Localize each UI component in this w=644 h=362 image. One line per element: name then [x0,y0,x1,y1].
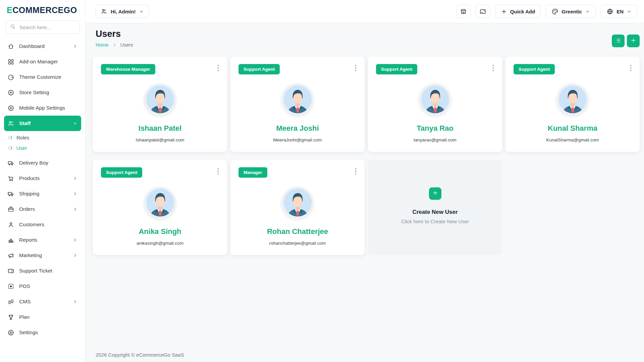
sidebar-item-label: Reports [19,237,37,243]
sidebar-item-label: Add-on Manager [19,59,58,65]
sidebar-item-label: Staff [19,120,31,126]
card-menu-button[interactable] [214,166,222,178]
user-name[interactable]: Kunal Sharma [505,124,640,133]
user-name[interactable]: Ishaan Patel [93,124,227,133]
sidebar-item-marketing[interactable]: Marketing [4,248,81,263]
sidebar-item-label: Orders [19,206,35,212]
topbar-actions: Quick Add Greentic EN [456,5,637,18]
quick-add-label: Quick Add [510,9,535,14]
user-name[interactable]: Tanya Rao [368,124,502,133]
search-input[interactable] [19,24,75,31]
card-menu-button[interactable] [214,63,222,74]
sidebar-item-add-on-manager[interactable]: Add-on Manager [4,54,81,69]
chevron-down-icon [627,9,632,14]
media-button[interactable] [476,5,490,18]
sidebar-nav: DashboardAdd-on ManagerTheme CustomizeSt… [0,37,85,344]
sidebar-subitem-roles[interactable]: Roles [4,132,81,143]
sidebar-search[interactable] [5,20,80,34]
quick-add-button[interactable]: Quick Add [495,5,541,18]
sidebar-item-label: Store Setting [19,89,49,96]
chevron-down-icon [585,9,590,14]
sidebar-item-orders[interactable]: Orders [4,201,81,217]
search-icon [10,23,16,31]
card-menu-button[interactable] [627,63,635,74]
sidebar-item-label: Marketing [19,252,42,258]
cms-columns-icon [7,298,14,305]
sidebar-item-label: Settings [19,329,38,336]
user-email: MeeraJoshi@gmail.com [230,137,365,142]
user-email: tanyarao@gmail.com [368,137,502,142]
pos-scan-icon [7,283,14,290]
sidebar-item-shipping[interactable]: Shipping [4,186,81,201]
sidebar: ECOMMERCEGO DashboardAdd-on ManagerTheme… [0,0,86,362]
sidebar-item-staff[interactable]: Staff [4,116,81,131]
sidebar-item-pos[interactable]: POS [4,279,81,294]
avatar [419,83,451,116]
chevron-right-icon [72,253,78,258]
language-select-button[interactable]: EN [601,5,637,18]
sidebar-item-label: POS [19,283,30,289]
sidebar-item-plan[interactable]: Plan [4,309,81,325]
sidebar-item-mobile-app-settings[interactable]: Mobile App Settings [4,100,81,116]
kebab-menu-icon [215,171,221,176]
sidebar-item-settings[interactable]: Settings [4,325,81,340]
sidebar-item-support-ticket[interactable]: Support Ticket [4,263,81,279]
sidebar-subitem-user[interactable]: User [4,143,81,153]
sidebar-item-label: Mobile App Settings [19,105,65,111]
user-card: Warehouse Manager Ishaan Patel Ishaanpat… [93,57,227,152]
sidebar-item-theme-customize[interactable]: Theme Customize [4,69,81,85]
card-menu-button[interactable] [352,166,360,178]
user-name[interactable]: Anika Singh [93,227,227,236]
chevron-down-icon [139,9,144,14]
user-card: Support Agent Kunal Sharma KunalSharma@g… [505,57,640,152]
avatar [281,83,314,116]
role-badge: Support Agent [101,167,142,178]
kebab-menu-icon [353,68,359,73]
role-badge: Support Agent [376,64,417,74]
avatar-illustration [284,189,312,217]
mobile-settings-gear-icon [7,105,14,112]
theme-select-button[interactable]: Greentic [546,5,596,18]
create-new-user-card[interactable]: Create New User Click here to Create New… [368,160,502,255]
avatar-illustration [146,85,174,113]
admin-user-menu[interactable]: Hi, Admin! [96,5,149,18]
user-email: anikasingh@gmail.com [93,241,227,246]
user-name[interactable]: Meera Joshi [230,124,365,133]
user-email: KunalSharma@gmail.com [505,137,640,142]
sidebar-item-customers[interactable]: Customers [4,217,81,232]
avatar [556,83,589,116]
role-badge: Manager [238,167,267,178]
delivery-truck-icon [7,160,14,167]
card-menu-button[interactable] [489,63,497,74]
sidebar-item-dashboard[interactable]: Dashboard [4,39,81,54]
sidebar-item-cms[interactable]: CMS [4,294,81,309]
user-name[interactable]: Rohan Chatterjee [230,227,365,236]
card-menu-button[interactable] [352,63,360,74]
chevron-right-icon [72,299,78,304]
store-button[interactable] [456,5,471,18]
topbar: Hi, Admin! Quick Add Greentic [86,0,644,23]
cart-icon [7,175,14,182]
title-row: Users Home Users [93,29,640,48]
sidebar-subitem-label: Roles [16,135,29,140]
sidebar-item-store-setting[interactable]: Store Setting [4,85,81,100]
avatar-illustration [421,85,449,113]
create-user-title: Create New User [412,209,458,216]
add-user-button[interactable] [627,35,640,47]
sidebar-item-delivery-boy[interactable]: Delivery Boy [4,155,81,171]
home-icon [7,43,14,50]
avatar-illustration [146,189,174,217]
list-view-button[interactable] [612,35,625,47]
page-title: Users [96,29,133,39]
sidebar-item-reports[interactable]: Reports [4,232,81,248]
create-user-plus-button[interactable] [429,187,441,200]
logo-letter-e: E [7,5,12,15]
user-card: Manager Rohan Chatterjee rohanchatterjee… [230,160,365,255]
kebab-menu-icon [215,68,221,73]
palette-icon [551,8,558,15]
sidebar-item-label: Customers [19,222,44,228]
role-badge: Support Agent [514,64,555,74]
main-area: Hi, Admin! Quick Add Greentic [86,0,644,362]
breadcrumb-home-link[interactable]: Home [96,42,109,48]
sidebar-item-products[interactable]: Products [4,171,81,186]
